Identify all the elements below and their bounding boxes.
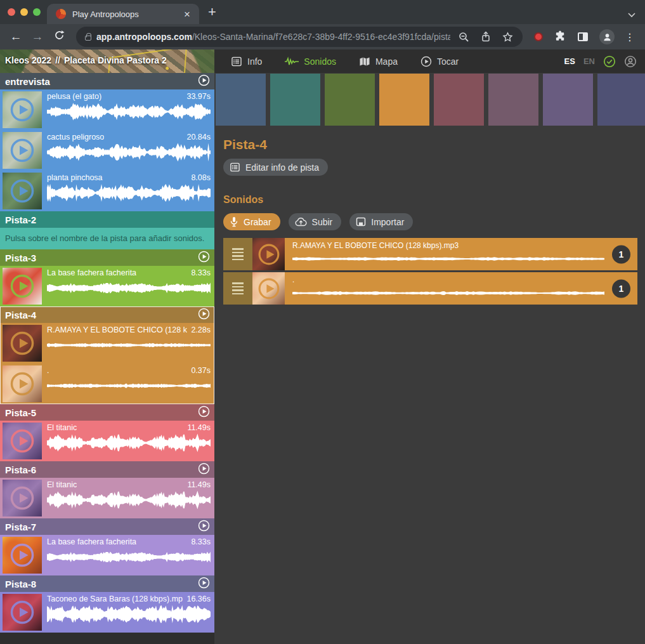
track-color-tab-8[interactable] [597, 74, 645, 126]
sound-play-button[interactable] [3, 173, 42, 209]
sound-thumbnail[interactable] [3, 480, 42, 516]
sound-row-content[interactable]: R.AMAYA Y EL BOBOTE CHICO (128 kbps).mp3… [285, 238, 637, 270]
sound-thumbnail[interactable] [3, 91, 42, 128]
sound-item[interactable]: La base fachera facherita8.33s [0, 266, 214, 306]
window-minimize-button[interactable] [20, 8, 28, 16]
browser-menu-kebab-icon[interactable]: ⋮ [621, 31, 639, 43]
sound-play-button[interactable] [3, 91, 42, 128]
sound-item[interactable]: Taconeo de Sara Baras (128 kbps).mp316.3… [0, 592, 214, 633]
profile-avatar[interactable] [599, 29, 615, 44]
sound-thumbnail[interactable] [252, 238, 285, 270]
sound-thumbnail[interactable] [3, 423, 42, 459]
track-play-button[interactable] [198, 74, 210, 89]
sound-play-button[interactable] [3, 537, 42, 574]
sound-waveform [47, 490, 211, 509]
sound-play-button[interactable] [3, 594, 42, 631]
sound-play-button[interactable] [3, 480, 42, 516]
track-play-button[interactable] [198, 520, 210, 534]
track-header[interactable]: Pista-2 [0, 211, 214, 228]
waveform-icon [285, 56, 299, 67]
track-color-tab-4[interactable] [379, 74, 429, 126]
window-zoom-button[interactable] [33, 8, 41, 16]
reload-button[interactable] [49, 30, 68, 44]
edit-track-info-button[interactable]: Editar info de pista [223, 159, 328, 176]
drag-handle[interactable] [223, 272, 252, 305]
grabar-button[interactable]: Grabar [223, 213, 280, 230]
sound-play-button[interactable] [3, 268, 42, 305]
tab-close-icon[interactable]: × [181, 8, 193, 21]
drag-handle[interactable] [223, 238, 252, 270]
track-color-tab-3[interactable] [325, 74, 375, 126]
lang-en-button[interactable]: EN [583, 56, 595, 66]
side-panel-icon[interactable] [578, 32, 588, 41]
extensions-puzzle-icon[interactable] [554, 30, 566, 44]
address-bar[interactable]: app.antropoloops.com/Kleos-Santa-Marina/… [76, 27, 523, 47]
sound-thumbnail[interactable] [3, 132, 42, 169]
zoom-out-icon[interactable] [455, 32, 472, 43]
sound-thumbnail[interactable] [3, 365, 42, 402]
sound-item[interactable]: planta pinchosa8.08s [0, 171, 214, 211]
track-header[interactable]: Pista-4 [0, 306, 214, 323]
browser-tab[interactable]: Play Antropoloops × [47, 4, 199, 24]
nav-item-tocar[interactable]: Tocar [420, 56, 459, 67]
breadcrumb[interactable]: Kleos 2022//Placeta Divina Pastora 2 [5, 55, 167, 65]
back-button[interactable]: ← [6, 30, 25, 44]
track-header[interactable]: entrevista [0, 73, 214, 89]
sound-play-button[interactable] [3, 132, 42, 169]
track-header[interactable]: Pista-3 [0, 249, 214, 266]
track-header[interactable]: Pista-5 [0, 404, 214, 421]
sound-item[interactable]: La base fachera facherita8.33s [0, 535, 214, 575]
sound-item[interactable]: El titanic11.49s [0, 478, 214, 518]
nav-item-mapa[interactable]: Mapa [359, 56, 398, 67]
sound-waveform [292, 251, 604, 267]
track-play-button[interactable] [198, 463, 210, 477]
new-tab-button[interactable]: + [208, 5, 216, 19]
sound-item[interactable]: El titanic11.49s [0, 421, 214, 461]
track-play-button[interactable] [198, 308, 210, 322]
lang-es-button[interactable]: ES [564, 56, 575, 66]
nav-item-sonidos[interactable]: Sonidos [285, 56, 336, 67]
track-color-tab-6[interactable] [488, 74, 538, 126]
sound-item[interactable]: .0.37s [0, 364, 214, 404]
track-map-thumbnail[interactable]: Kleos 2022//Placeta Divina Pastora 2 [0, 49, 214, 73]
importar-button[interactable]: Importar [349, 213, 413, 230]
track-play-button[interactable] [198, 405, 210, 420]
track-color-tab-7[interactable] [543, 74, 593, 126]
sound-row-content[interactable]: .1 [285, 272, 637, 305]
sound-thumbnail[interactable] [3, 173, 42, 209]
track-play-button[interactable] [198, 251, 210, 265]
sound-play-button[interactable] [252, 238, 285, 270]
sound-play-button[interactable] [252, 272, 285, 305]
track-color-tab-2[interactable] [270, 74, 320, 126]
record-extension-icon[interactable] [534, 32, 543, 41]
account-icon[interactable] [624, 55, 637, 68]
sound-item[interactable]: cactus peligroso20.84s [0, 130, 214, 171]
track-color-tab-1[interactable] [216, 74, 266, 126]
forward-button[interactable]: → [28, 30, 47, 44]
share-icon[interactable] [478, 31, 494, 43]
nav-item-info[interactable]: Info [231, 56, 262, 67]
sound-play-button[interactable] [3, 365, 42, 402]
window-close-button[interactable] [8, 8, 15, 16]
track-body: El titanic11.49s [0, 478, 214, 518]
track-sound-row: .1 [223, 272, 637, 305]
sidebar-section: Pista-2Pulsa sobre el nombre de la pista… [0, 211, 214, 249]
sound-play-button[interactable] [3, 325, 42, 362]
sound-thumbnail[interactable] [3, 537, 42, 574]
track-color-tab-5[interactable] [434, 74, 484, 126]
sound-thumbnail[interactable] [3, 325, 42, 362]
breadcrumb-project[interactable]: Kleos 2022 [5, 55, 51, 65]
track-header[interactable]: Pista-6 [0, 461, 214, 478]
sound-thumbnail[interactable] [3, 594, 42, 631]
track-play-button[interactable] [198, 577, 210, 591]
track-header[interactable]: Pista-8 [0, 575, 214, 592]
subir-button[interactable]: Subir [289, 213, 342, 230]
sound-play-button[interactable] [3, 423, 42, 459]
bookmark-star-icon[interactable] [499, 32, 516, 43]
sound-item[interactable]: pelusa (el gato)33.97s [0, 89, 214, 130]
sound-thumbnail[interactable] [252, 272, 285, 305]
tab-list-chevron-icon[interactable] [627, 9, 636, 20]
sound-item[interactable]: R.AMAYA Y EL BOBOTE CHICO (128 kbps)....… [0, 323, 214, 364]
track-header[interactable]: Pista-7 [0, 518, 214, 535]
sound-thumbnail[interactable] [3, 268, 42, 305]
